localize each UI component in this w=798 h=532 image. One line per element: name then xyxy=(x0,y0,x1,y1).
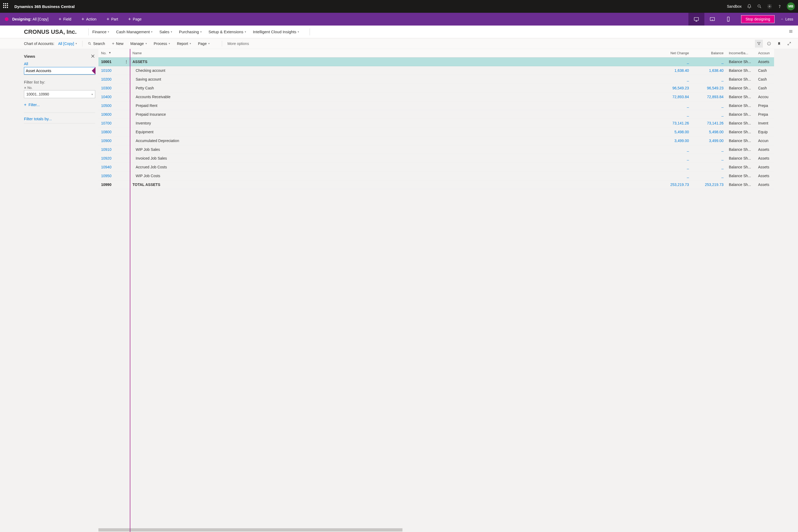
current-view-chip[interactable]: All [Copy]▾ xyxy=(58,41,77,46)
col-header-balance[interactable]: Balance xyxy=(691,49,726,57)
cell-balance[interactable]: 253,219.73 xyxy=(691,180,726,189)
cell-no[interactable]: 10920 xyxy=(98,154,130,163)
apps-icon[interactable] xyxy=(3,3,10,10)
cell-no[interactable]: 10300 xyxy=(98,84,130,93)
cell-netchange[interactable]: _ xyxy=(657,154,691,163)
view-name-input[interactable] xyxy=(24,67,95,75)
overflow-menu-icon[interactable] xyxy=(788,29,793,35)
cell-balance[interactable]: 5,498.00 xyxy=(691,128,726,136)
cell-no[interactable]: 10400 xyxy=(98,93,130,101)
avatar[interactable]: MB xyxy=(787,2,795,11)
cell-balance[interactable]: _ xyxy=(691,172,726,180)
cell-no[interactable]: 10940 xyxy=(98,163,130,172)
page-menu[interactable]: Page▾ xyxy=(198,41,210,46)
cell-netchange[interactable]: 253,219.73 xyxy=(657,180,691,189)
col-header-incomebalance[interactable]: Income/Ba... xyxy=(726,49,756,57)
cell-netchange[interactable]: 3,499.00 xyxy=(657,136,691,145)
nav-item[interactable]: Purchasing▾ xyxy=(179,30,202,34)
table-row[interactable]: 10300Petty Cash96,549.2396,549.23Balance… xyxy=(98,84,774,93)
nav-item[interactable]: Finance▾ xyxy=(92,30,109,34)
add-filter-button[interactable]: +Filter... xyxy=(24,102,95,108)
cell-no[interactable]: 10910 xyxy=(98,145,130,154)
cell-netchange[interactable]: 73,141.26 xyxy=(657,119,691,128)
cell-no[interactable]: 10600 xyxy=(98,110,130,119)
new-button[interactable]: +New xyxy=(112,41,124,46)
filter-field-label[interactable]: ✕No. xyxy=(24,86,95,90)
cell-no[interactable]: 10500 xyxy=(98,101,130,110)
cell-netchange[interactable]: _ xyxy=(657,172,691,180)
search-icon[interactable] xyxy=(757,4,762,9)
table-row[interactable]: 10950WIP Job Costs__Balance Sh...Assets xyxy=(98,172,774,180)
table-row[interactable]: 10920Invoiced Job Sales__Balance Sh...As… xyxy=(98,154,774,163)
table-row[interactable]: 10910WIP Job Sales__Balance Sh...Assets xyxy=(98,145,774,154)
cell-no[interactable]: 10800 xyxy=(98,128,130,136)
nav-item[interactable]: Sales▾ xyxy=(159,30,172,34)
cell-balance[interactable]: 96,549.23 xyxy=(691,84,726,93)
nav-item[interactable]: Setup & Extensions▾ xyxy=(209,30,246,34)
table-row[interactable]: 10600Prepaid Insurance__Balance Sh...Pre… xyxy=(98,110,774,119)
cell-netchange[interactable]: _ xyxy=(657,57,691,66)
add-part-button[interactable]: +Part xyxy=(107,17,118,22)
manage-menu[interactable]: Manage▾ xyxy=(130,41,147,46)
table-row[interactable]: 10100Checking account1,638.401,638.40Bal… xyxy=(98,66,774,75)
cell-no[interactable]: 10001⋮ xyxy=(98,57,130,66)
close-views-icon[interactable] xyxy=(91,54,95,58)
gear-icon[interactable] xyxy=(767,4,772,9)
table-row[interactable]: 10700Inventory73,141.2673,141.26Balance … xyxy=(98,119,774,128)
cell-netchange[interactable]: _ xyxy=(657,75,691,84)
horizontal-scrollbar[interactable] xyxy=(98,528,774,531)
row-menu-icon[interactable]: ⋮ xyxy=(125,60,128,64)
cell-balance[interactable]: 72,893.84 xyxy=(691,93,726,101)
add-page-button[interactable]: +Page xyxy=(128,17,141,22)
cell-balance[interactable]: 3,499.00 xyxy=(691,136,726,145)
table-row[interactable]: 10940Accrued Job Costs__Balance Sh...Ass… xyxy=(98,163,774,172)
notifications-icon[interactable] xyxy=(747,4,752,9)
cell-netchange[interactable]: _ xyxy=(657,145,691,154)
cell-balance[interactable]: _ xyxy=(691,75,726,84)
stop-designing-button[interactable]: Stop designing xyxy=(741,15,775,23)
table-row[interactable]: 10400Accounts Receivable72,893.8472,893.… xyxy=(98,93,774,101)
cell-no[interactable]: 10100 xyxy=(98,66,130,75)
table-row[interactable]: 10990TOTAL ASSETS253,219.73253,219.73Bal… xyxy=(98,180,774,189)
info-icon[interactable] xyxy=(765,40,773,48)
col-header-netchange[interactable]: Net Change xyxy=(657,49,691,57)
expand-icon[interactable] xyxy=(785,40,793,48)
cell-netchange[interactable]: _ xyxy=(657,110,691,119)
cell-netchange[interactable]: 72,893.84 xyxy=(657,93,691,101)
company-name[interactable]: CRONUS USA, Inc. xyxy=(24,28,77,35)
report-menu[interactable]: Report▾ xyxy=(177,41,191,46)
cell-netchange[interactable]: _ xyxy=(657,101,691,110)
help-icon[interactable] xyxy=(777,4,782,9)
cell-no[interactable]: 10200 xyxy=(98,75,130,84)
less-button[interactable]: Less xyxy=(780,17,793,21)
cell-netchange[interactable]: 5,498.00 xyxy=(657,128,691,136)
search-button[interactable]: Search xyxy=(88,41,105,46)
device-phone-button[interactable] xyxy=(720,13,736,25)
cell-no[interactable]: 10900 xyxy=(98,136,130,145)
nav-item[interactable]: Cash Management▾ xyxy=(116,30,152,34)
col-header-name[interactable]: Name xyxy=(130,49,657,57)
col-header-account[interactable]: Accoun xyxy=(756,49,774,57)
cell-balance[interactable]: _ xyxy=(691,57,726,66)
nav-item[interactable]: Intelligent Cloud Insights▾ xyxy=(253,30,299,34)
view-all-link[interactable]: All xyxy=(24,61,95,66)
filter-value-select[interactable]: 10001..10990 ▾ xyxy=(24,90,95,98)
add-action-button[interactable]: +Action xyxy=(81,17,96,22)
cell-balance[interactable]: _ xyxy=(691,154,726,163)
device-tablet-button[interactable] xyxy=(704,13,720,25)
device-desktop-button[interactable] xyxy=(688,13,704,25)
cell-no[interactable]: 10990 xyxy=(98,180,130,189)
process-menu[interactable]: Process▾ xyxy=(154,41,170,46)
cell-netchange[interactable]: 96,549.23 xyxy=(657,84,691,93)
table-row[interactable]: 10500Prepaid Rent__Balance Sh...Prepa xyxy=(98,101,774,110)
filter-totals-button[interactable]: Filter totals by... xyxy=(24,116,95,124)
scrollbar-thumb[interactable] xyxy=(98,528,402,531)
cell-balance[interactable]: _ xyxy=(691,110,726,119)
cell-no[interactable]: 10950 xyxy=(98,172,130,180)
cell-balance[interactable]: _ xyxy=(691,145,726,154)
bookmark-icon[interactable] xyxy=(775,40,783,48)
table-row[interactable]: 10200Saving account__Balance Sh...Cash xyxy=(98,75,774,84)
table-row[interactable]: 10001⋮ASSETS__Balance Sh...Assets xyxy=(98,57,774,66)
cell-netchange[interactable]: _ xyxy=(657,163,691,172)
cell-balance[interactable]: _ xyxy=(691,163,726,172)
